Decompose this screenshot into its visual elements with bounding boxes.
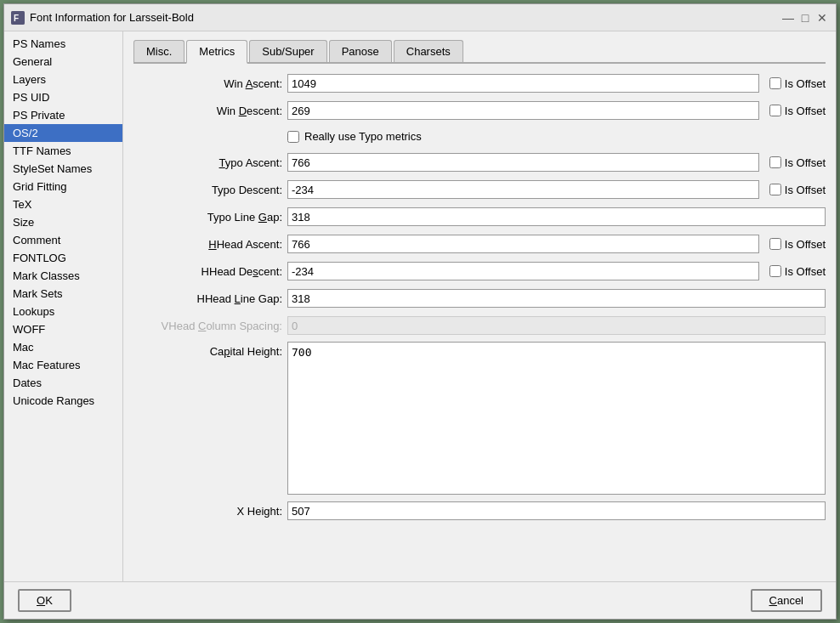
sidebar-item-styleset-names[interactable]: StyleSet Names <box>4 160 122 178</box>
hhead-ascent-label: HHead Ascent: <box>133 238 282 251</box>
sidebar-item-ttf-names[interactable]: TTF Names <box>4 142 122 160</box>
typo-ascent-is-offset-checkbox[interactable] <box>769 156 781 168</box>
tab-sub-super[interactable]: Sub/Super <box>249 40 326 62</box>
maximize-button[interactable]: □ <box>798 11 812 25</box>
title-bar-left: F Font Information for Larsseit-Bold <box>11 11 194 25</box>
win-descent-label: Win Descent: <box>133 105 282 117</box>
sidebar-item-fontlog[interactable]: FONTLOG <box>4 249 122 267</box>
sidebar-item-dates[interactable]: Dates <box>4 374 122 392</box>
typo-line-gap-row: Typo Line Gap: <box>133 206 826 228</box>
sidebar-item-layers[interactable]: Layers <box>4 71 122 88</box>
typo-ascent-label: Typo Ascent: <box>133 156 282 169</box>
sidebar-item-mac[interactable]: Mac <box>4 338 122 356</box>
footer: OK Cancel <box>4 581 836 619</box>
typo-descent-is-offset-group: Is Offset <box>769 184 826 196</box>
typo-descent-is-offset-checkbox[interactable] <box>769 184 781 195</box>
title-bar: F Font Information for Larsseit-Bold — □… <box>4 4 836 31</box>
x-height-label: X Height: <box>133 505 282 518</box>
hhead-line-gap-row: HHead Line Gap: <box>133 287 826 309</box>
window-body: PS Names General Layers PS UID PS Privat… <box>4 31 836 581</box>
ok-label: OK <box>37 594 53 607</box>
cancel-button[interactable]: Cancel <box>751 589 822 612</box>
win-descent-input[interactable] <box>287 101 759 120</box>
capital-height-row: Capital Height: 700 <box>133 342 826 495</box>
sidebar-item-grid-fitting[interactable]: Grid Fitting <box>4 178 122 195</box>
typo-descent-label: Typo Descent: <box>133 184 282 196</box>
x-height-row: X Height: <box>133 500 826 522</box>
typo-line-gap-input[interactable] <box>287 207 826 226</box>
main-content: Misc. Metrics Sub/Super Panose Charsets … <box>123 31 836 581</box>
app-icon: F <box>11 11 25 25</box>
typo-descent-is-offset-label: Is Offset <box>785 184 826 196</box>
win-descent-is-offset-checkbox[interactable] <box>769 105 781 116</box>
hhead-descent-is-offset-group: Is Offset <box>769 265 826 278</box>
cancel-label: Cancel <box>769 594 803 607</box>
tab-charsets[interactable]: Charsets <box>394 40 463 62</box>
sidebar-item-os2[interactable]: OS/2 <box>4 124 122 142</box>
minimize-button[interactable]: — <box>781 11 795 25</box>
win-ascent-label: Win Ascent: <box>133 77 282 90</box>
close-button[interactable]: ✕ <box>815 11 829 25</box>
hhead-descent-is-offset-checkbox[interactable] <box>769 265 781 277</box>
sidebar-item-size[interactable]: Size <box>4 213 122 231</box>
capital-height-label: Capital Height: <box>133 342 282 358</box>
sidebar-item-lookups[interactable]: Lookups <box>4 303 122 320</box>
hhead-descent-label: HHead Descent: <box>133 265 282 278</box>
sidebar-item-mac-features[interactable]: Mac Features <box>4 356 122 374</box>
hhead-ascent-input[interactable] <box>287 235 759 253</box>
sidebar-item-mark-classes[interactable]: Mark Classes <box>4 267 122 285</box>
win-ascent-is-offset-label: Is Offset <box>785 77 826 90</box>
win-descent-is-offset-label: Is Offset <box>785 105 826 117</box>
sidebar-item-ps-names[interactable]: PS Names <box>4 35 122 53</box>
hhead-descent-input[interactable] <box>287 262 759 280</box>
capital-height-input[interactable]: 700 <box>287 342 826 495</box>
hhead-line-gap-input[interactable] <box>287 289 826 308</box>
tab-metrics[interactable]: Metrics <box>186 40 247 64</box>
vhead-column-spacing-input[interactable] <box>287 316 826 335</box>
hhead-ascent-is-offset-label: Is Offset <box>785 238 826 251</box>
form-section: Win Ascent: Is Offset Win Descent: Is Of… <box>133 72 826 522</box>
win-ascent-row: Win Ascent: Is Offset <box>133 72 826 94</box>
title-bar-buttons: — □ ✕ <box>781 11 829 25</box>
typo-ascent-input[interactable] <box>287 153 759 172</box>
win-ascent-is-offset-checkbox[interactable] <box>769 77 781 89</box>
hhead-ascent-is-offset-checkbox[interactable] <box>769 238 781 250</box>
hhead-ascent-is-offset-group: Is Offset <box>769 238 826 251</box>
tab-panose[interactable]: Panose <box>329 40 392 62</box>
really-use-typo-label: Really use Typo metrics <box>304 130 422 143</box>
typo-ascent-is-offset-group: Is Offset <box>769 156 826 169</box>
win-ascent-input[interactable] <box>287 74 759 93</box>
tab-bar: Misc. Metrics Sub/Super Panose Charsets <box>133 40 826 64</box>
ok-button[interactable]: OK <box>18 589 71 612</box>
sidebar-item-mark-sets[interactable]: Mark Sets <box>4 285 122 303</box>
really-use-typo-row: Really use Typo metrics <box>133 130 826 143</box>
typo-ascent-row: Typo Ascent: Is Offset <box>133 151 826 173</box>
tab-misc[interactable]: Misc. <box>133 40 184 62</box>
really-use-typo-checkbox[interactable] <box>287 131 299 143</box>
win-descent-is-offset-group: Is Offset <box>769 105 826 117</box>
vhead-column-spacing-row: VHead Column Spacing: <box>133 314 826 337</box>
typo-descent-input[interactable] <box>287 180 759 199</box>
sidebar-item-unicode-ranges[interactable]: Unicode Ranges <box>4 392 122 410</box>
vhead-column-spacing-label: VHead Column Spacing: <box>133 320 282 332</box>
hhead-descent-row: HHead Descent: Is Offset <box>133 260 826 282</box>
win-descent-row: Win Descent: Is Offset <box>133 99 826 122</box>
svg-text:F: F <box>14 14 19 23</box>
win-ascent-is-offset-group: Is Offset <box>769 77 826 90</box>
sidebar-item-general[interactable]: General <box>4 53 122 71</box>
sidebar-item-woff[interactable]: WOFF <box>4 320 122 338</box>
window-title: Font Information for Larsseit-Bold <box>30 11 194 24</box>
typo-descent-row: Typo Descent: Is Offset <box>133 178 826 201</box>
sidebar: PS Names General Layers PS UID PS Privat… <box>4 31 123 581</box>
hhead-ascent-row: HHead Ascent: Is Offset <box>133 233 826 255</box>
hhead-descent-is-offset-label: Is Offset <box>785 265 826 278</box>
main-window: F Font Information for Larsseit-Bold — □… <box>3 3 837 620</box>
x-height-input[interactable] <box>287 501 826 520</box>
typo-line-gap-label: Typo Line Gap: <box>133 211 282 224</box>
sidebar-item-ps-private[interactable]: PS Private <box>4 106 122 124</box>
sidebar-item-ps-uid[interactable]: PS UID <box>4 88 122 106</box>
sidebar-item-comment[interactable]: Comment <box>4 231 122 249</box>
sidebar-item-tex[interactable]: TeX <box>4 195 122 213</box>
typo-ascent-is-offset-label: Is Offset <box>785 156 826 169</box>
hhead-line-gap-label: HHead Line Gap: <box>133 292 282 305</box>
